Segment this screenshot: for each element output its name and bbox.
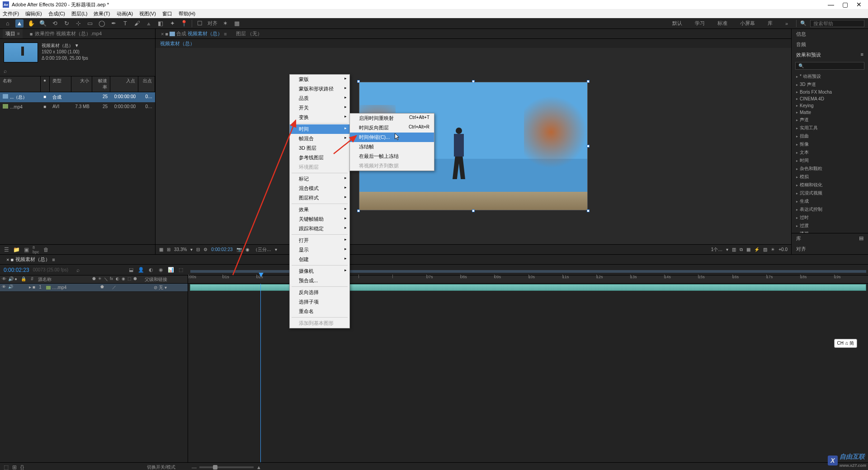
time-submenu[interactable]: 启用时间重映射Ctrl+Alt+T时间反向图层Ctrl+Alt+R时间伸缩(C)… xyxy=(349,113,434,171)
channel-icon[interactable]: ◉ xyxy=(245,247,250,252)
eye-column-icon[interactable]: 👁 xyxy=(2,276,7,282)
fx-category[interactable]: 过时 xyxy=(793,214,866,222)
timeline-zoom-slider[interactable] xyxy=(199,466,254,468)
tab-effect-controls[interactable]: ■ 效果控件 视频素材（总）.mp4 xyxy=(27,29,104,38)
submenu-item[interactable]: 在最后一帧上冻结 xyxy=(350,152,434,161)
menu-edit[interactable]: 编辑(E) xyxy=(25,10,42,17)
workspace-small[interactable]: 小屏幕 xyxy=(736,19,760,28)
comp-breadcrumb[interactable]: 视频素材（总） xyxy=(156,39,791,48)
search-help-input[interactable] xyxy=(810,20,864,27)
fx-category[interactable]: 抠像 xyxy=(793,140,866,148)
panel-align[interactable]: 对齐 xyxy=(792,244,868,254)
fx-category[interactable]: 模拟 xyxy=(793,173,866,181)
menu-help[interactable]: 帮助(H) xyxy=(179,10,195,17)
view-layout-icon[interactable]: ▥ xyxy=(732,247,736,252)
clone-tool[interactable]: ⟁ xyxy=(145,19,153,28)
mag-ratio-icon[interactable]: ▦ xyxy=(159,247,163,252)
project-row-footage[interactable]: ...mp4 ■ AVI 7.3 MB 25 0:00:00:00 0… xyxy=(0,102,155,111)
context-menu-item[interactable]: 效果 xyxy=(290,205,349,214)
toggle-in-out-icon[interactable]: {} xyxy=(20,464,24,470)
snap-opt1[interactable]: ✶ xyxy=(221,19,229,28)
home-tool[interactable]: ⌂ xyxy=(4,19,12,28)
fast-icon[interactable]: ⚡ xyxy=(754,247,760,252)
effects-list[interactable]: * 动画预设3D 声道Boris FX MochaCINEMA 4DKeying… xyxy=(792,71,868,233)
effects-search[interactable]: 🔍 xyxy=(795,62,864,70)
parent-header[interactable]: 父级和链接 xyxy=(143,275,188,283)
current-time-indicator[interactable]: 0:00:02:23 xyxy=(4,267,29,273)
menu-file[interactable]: 文件(F) xyxy=(3,10,19,17)
close-button[interactable]: ✕ xyxy=(856,1,862,8)
context-menu-item[interactable]: 选择子项 xyxy=(290,297,349,307)
context-menu-item[interactable]: 帧混合 xyxy=(290,134,349,143)
context-menu-item[interactable]: 时间 xyxy=(290,124,349,134)
toggle-switches-icon[interactable]: ⬚ xyxy=(4,464,9,470)
snap-checkbox[interactable]: ☐ xyxy=(196,19,204,28)
fx-category[interactable]: Boris FX Mocha xyxy=(793,89,866,95)
fx-category[interactable]: 3D 声道 xyxy=(793,81,866,89)
eraser-tool[interactable]: ◧ xyxy=(156,19,165,28)
selection-handle[interactable] xyxy=(587,145,590,147)
panel-library[interactable]: 库▤ xyxy=(792,233,868,244)
solo-column-icon[interactable]: ● xyxy=(14,276,20,282)
playhead-line[interactable] xyxy=(260,284,261,462)
new-folder-icon[interactable]: 📁 xyxy=(13,247,20,253)
menu-layer[interactable]: 图层(L) xyxy=(71,10,87,17)
fx-category[interactable]: 沉浸式视频 xyxy=(793,189,866,197)
context-menu-item[interactable]: 重命名 xyxy=(290,307,349,316)
interpret-footage-icon[interactable]: ☰ xyxy=(3,247,10,253)
selection-handle[interactable] xyxy=(472,209,475,212)
context-menu-item[interactable]: 参考线图层 xyxy=(290,153,349,162)
hand-tool[interactable]: ✋ xyxy=(27,19,35,28)
motion-blur-icon[interactable]: ◉ xyxy=(157,266,165,274)
fx-category[interactable]: 表达式控制 xyxy=(793,205,866,214)
fx-category[interactable]: 杂色和颗粒 xyxy=(793,165,866,173)
menu-composition[interactable]: 合成(C) xyxy=(48,10,65,17)
selection-tool[interactable]: ▲ xyxy=(15,19,24,28)
project-list[interactable]: ...（总） ■ 合成 25 0:00:00:00 0… ...mp4 ■ AV… xyxy=(0,92,155,244)
context-menu-item[interactable]: 蒙版 xyxy=(290,75,349,84)
selection-handle[interactable] xyxy=(587,80,590,83)
audio-toggle[interactable]: 🔊 xyxy=(8,285,14,290)
timeline-search-icon[interactable]: ⌕ xyxy=(76,267,80,273)
composition-viewer[interactable] xyxy=(156,48,791,244)
orbit-tool[interactable]: ⟲ xyxy=(51,19,59,28)
anchor-tool[interactable]: ⊹ xyxy=(74,19,82,28)
ime-indicator[interactable]: CH ♫ 简 xyxy=(834,339,858,348)
minimize-button[interactable]: — xyxy=(828,1,834,8)
context-menu-item[interactable]: 打开 xyxy=(290,236,349,245)
context-menu-item[interactable]: 品质 xyxy=(290,94,349,103)
context-menu-item[interactable]: 关键帧辅助 xyxy=(290,214,349,224)
context-menu-item[interactable]: 显示 xyxy=(290,245,349,255)
roto-tool[interactable]: ✦ xyxy=(168,19,176,28)
menu-window[interactable]: 窗口 xyxy=(162,10,172,17)
layer-context-menu[interactable]: 蒙版蒙版和形状路径品质开关变换时间帧混合3D 图层参考线图层环境图层标记混合模式… xyxy=(289,74,350,328)
lock-column-icon[interactable]: 🔒 xyxy=(21,276,26,282)
frame-blend-icon[interactable]: ◐ xyxy=(147,266,155,274)
pixel-ar-icon[interactable]: ▦ xyxy=(746,247,750,252)
fx-category[interactable]: 透视 xyxy=(793,230,866,233)
active-camera[interactable]: 1个… xyxy=(711,247,723,253)
text-tool[interactable]: T xyxy=(121,19,129,28)
workspace-learn[interactable]: 学习 xyxy=(690,19,709,28)
panel-info[interactable]: 信息 xyxy=(792,29,868,39)
context-menu-item[interactable]: 创建 xyxy=(290,255,349,264)
toggle-label[interactable]: 切换开关/模式 xyxy=(147,464,175,470)
exposure-value[interactable]: +0.0 xyxy=(778,247,788,252)
fast-preview-icon[interactable]: ⚙ xyxy=(203,247,208,252)
rect-tool[interactable]: ▭ xyxy=(86,19,94,28)
selection-handle[interactable] xyxy=(357,80,360,83)
transparency-icon[interactable]: ▨ xyxy=(763,247,767,252)
timecode-display[interactable]: 0:00:02:23 xyxy=(211,247,232,252)
workspace-library[interactable]: 库 xyxy=(763,19,777,28)
fx-category[interactable]: 时间 xyxy=(793,157,866,165)
snapshot-icon[interactable]: 📷 xyxy=(236,247,242,252)
context-menu-item[interactable]: 反向选择 xyxy=(290,288,349,297)
layer-tab[interactable]: 图层 （无） xyxy=(234,29,264,38)
zoom-tool[interactable]: 🔍 xyxy=(39,19,47,28)
fx-category[interactable]: 声道 xyxy=(793,116,866,124)
context-menu-item[interactable]: 标记 xyxy=(290,174,349,184)
shy-icon[interactable]: 👤 xyxy=(137,266,145,274)
zoom-value[interactable]: 33.3% xyxy=(174,247,187,252)
selection-handle[interactable] xyxy=(472,80,475,83)
audio-column-icon[interactable]: 🔊 xyxy=(8,276,14,282)
